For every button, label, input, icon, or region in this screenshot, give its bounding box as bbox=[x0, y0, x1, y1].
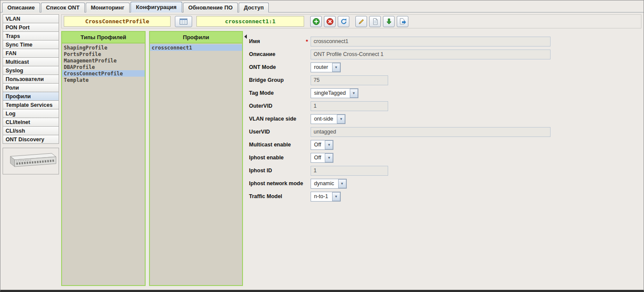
tab-описание[interactable]: Описание bbox=[2, 3, 40, 12]
field-label-bridge-group: Bridge Group bbox=[249, 77, 306, 83]
tab-bar: ОписаниеСписок ONTМониторингКонфигурация… bbox=[0, 0, 644, 12]
sidebar-item-syslog[interactable]: Syslog bbox=[3, 66, 59, 75]
sidebar-item-traps[interactable]: Traps bbox=[3, 31, 59, 40]
refresh-button[interactable] bbox=[338, 16, 349, 27]
profiles-panel: Профили crossconnect1 bbox=[149, 31, 243, 286]
chevron-down-icon: ▼ bbox=[338, 179, 346, 188]
sidebar-item-sync-time[interactable]: Sync Time bbox=[3, 40, 59, 49]
profile-types-header: Типы Профилей bbox=[62, 32, 145, 43]
edit-button[interactable] bbox=[355, 16, 367, 27]
profiles-header: Профили bbox=[150, 32, 242, 43]
form-row-bridge-group: Bridge Group bbox=[249, 74, 637, 87]
field-label-description: Описание bbox=[249, 51, 306, 57]
tag-mode-value: singleTagged bbox=[311, 89, 349, 98]
sidebar-item-cli-ssh[interactable]: CLI/ssh bbox=[3, 126, 59, 135]
sidebar-items: VLANPON PortTrapsSync TimeFANMulticastSy… bbox=[3, 14, 59, 144]
add-button[interactable] bbox=[310, 16, 322, 27]
sidebar-item-профили[interactable]: Профили bbox=[3, 92, 59, 101]
chevron-down-icon: ▼ bbox=[350, 89, 358, 98]
toolbar-middle-group bbox=[175, 16, 192, 27]
download-button[interactable] bbox=[383, 16, 395, 27]
form-row-traffic-model: Traffic Modeln-to-1▼ bbox=[249, 190, 637, 203]
export-icon bbox=[399, 18, 407, 25]
tab-обновление-по[interactable]: Обновление ПО bbox=[183, 3, 238, 12]
multicast-enable-select[interactable]: Off▼ bbox=[311, 140, 333, 150]
sidebar-item-template-services[interactable]: Template Services bbox=[3, 100, 59, 109]
document-icon bbox=[371, 18, 379, 25]
iphost-network-mode-select[interactable]: dynamic▼ bbox=[311, 179, 347, 189]
split-pane-divider[interactable] bbox=[243, 31, 248, 286]
outer-vid-input[interactable] bbox=[311, 101, 388, 111]
iphost-id-input[interactable] bbox=[311, 166, 388, 176]
profile-type-item-crossconnectprofile[interactable]: CrossConnectProfile bbox=[62, 70, 145, 77]
form-row-vlan-replace-side: VLAN replace sideont-side▼ bbox=[249, 112, 637, 125]
form-row-multicast-enable: Multicast enableOff▼ bbox=[249, 138, 637, 151]
tag-mode-select[interactable]: singleTagged▼ bbox=[311, 88, 358, 98]
profile-type-item-managementprofile[interactable]: ManagementProfile bbox=[62, 57, 145, 64]
field-label-outer-vid: OuterVID bbox=[249, 103, 306, 109]
content-area: VLANPON PortTrapsSync TimeFANMulticastSy… bbox=[0, 12, 644, 288]
sidebar-item-pon-port[interactable]: PON Port bbox=[3, 23, 59, 32]
profile-table-button[interactable] bbox=[175, 16, 192, 27]
toolbar-button-group bbox=[310, 16, 408, 27]
form-row-ont-mode: ONT Moderouter▼ bbox=[249, 61, 637, 74]
tab-конфигурация[interactable]: Конфигурация bbox=[131, 2, 182, 12]
vlan-replace-side-select[interactable]: ont-side▼ bbox=[311, 114, 345, 124]
export-button[interactable] bbox=[397, 16, 408, 27]
profile-item-crossconnect1[interactable]: crossconnect1 bbox=[150, 44, 242, 51]
description-input[interactable] bbox=[311, 50, 551, 59]
delete-button[interactable] bbox=[324, 16, 336, 27]
profile-type-item-shapingprofile[interactable]: ShapingProfile bbox=[62, 44, 145, 51]
sidebar-item-пользователи[interactable]: Пользователи bbox=[3, 75, 59, 84]
traffic-model-select[interactable]: n-to-1▼ bbox=[311, 192, 341, 202]
form-row-iphost-enable: Iphost enableOff▼ bbox=[249, 151, 637, 164]
profile-instance-display: crossconnect1:1 bbox=[196, 16, 304, 27]
ont-mode-value: router bbox=[311, 63, 331, 72]
iphost-enable-select[interactable]: Off▼ bbox=[311, 153, 333, 163]
profile-type-item-template[interactable]: Template bbox=[62, 77, 145, 83]
sidebar-item-fan[interactable]: FAN bbox=[3, 49, 59, 58]
field-label-iphost-id: Iphost ID bbox=[249, 168, 306, 174]
chevron-down-icon: ▼ bbox=[332, 192, 340, 201]
delete-icon bbox=[326, 18, 334, 25]
profiles-list[interactable]: crossconnect1 bbox=[150, 43, 242, 285]
tab-мониторинг[interactable]: Мониторинг bbox=[86, 3, 130, 12]
add-icon bbox=[312, 18, 320, 25]
profile-form: Имя*ОписаниеONT Moderouter▼Bridge GroupT… bbox=[248, 31, 641, 286]
chevron-down-icon: ▼ bbox=[325, 153, 333, 162]
profile-type-display: CrossConnectProfile bbox=[64, 16, 171, 27]
profile-types-list[interactable]: ShapingProfilePortsProfileManagementProf… bbox=[62, 43, 145, 285]
ont-mode-select[interactable]: router▼ bbox=[311, 62, 341, 72]
sidebar-item-log[interactable]: Log bbox=[3, 109, 59, 118]
toolbar: CrossConnectProfile crossconnect1:1 bbox=[61, 14, 641, 28]
field-label-iphost-enable: Iphost enable bbox=[249, 155, 306, 161]
form-row-tag-mode: Tag ModesingleTagged▼ bbox=[249, 87, 637, 99]
profile-type-item-dbaprofile[interactable]: DBAProfile bbox=[62, 64, 145, 70]
sidebar-item-vlan[interactable]: VLAN bbox=[3, 14, 59, 23]
copy-button[interactable] bbox=[369, 16, 381, 27]
profile-type-item-portsprofile[interactable]: PortsProfile bbox=[62, 51, 145, 57]
field-label-ont-mode: ONT Mode bbox=[249, 64, 306, 70]
vlan-replace-side-value: ont-side bbox=[311, 115, 336, 124]
download-icon bbox=[385, 18, 393, 25]
chevron-down-icon: ▼ bbox=[325, 140, 333, 149]
iphost-network-mode-value: dynamic bbox=[311, 179, 337, 188]
sidebar-item-роли[interactable]: Роли bbox=[3, 83, 59, 92]
sidebar-item-cli-telnet[interactable]: CLI/telnet bbox=[3, 118, 59, 127]
chevron-down-icon: ▼ bbox=[332, 63, 340, 72]
app-window: ОписаниеСписок ONTМониторингКонфигурация… bbox=[0, 0, 644, 292]
refresh-icon bbox=[340, 18, 348, 25]
sidebar-item-multicast[interactable]: Multicast bbox=[3, 57, 59, 66]
sidebar-item-ont-discovery[interactable]: ONT Discovery bbox=[3, 135, 59, 144]
tab-список-ont[interactable]: Список ONT bbox=[41, 3, 85, 12]
name-input[interactable] bbox=[311, 37, 551, 47]
device-image-box bbox=[3, 148, 59, 174]
bridge-group-input[interactable] bbox=[311, 75, 388, 85]
tab-доступ[interactable]: Доступ bbox=[239, 3, 269, 12]
field-label-vlan-replace-side: VLAN replace side bbox=[249, 116, 306, 122]
collapse-left-icon[interactable] bbox=[244, 34, 247, 39]
field-label-traffic-model: Traffic Model bbox=[249, 193, 306, 199]
user-vid-input[interactable] bbox=[311, 127, 551, 137]
form-row-iphost-id: Iphost ID bbox=[249, 164, 637, 177]
profile-types-panel: Типы Профилей ShapingProfilePortsProfile… bbox=[61, 31, 146, 286]
